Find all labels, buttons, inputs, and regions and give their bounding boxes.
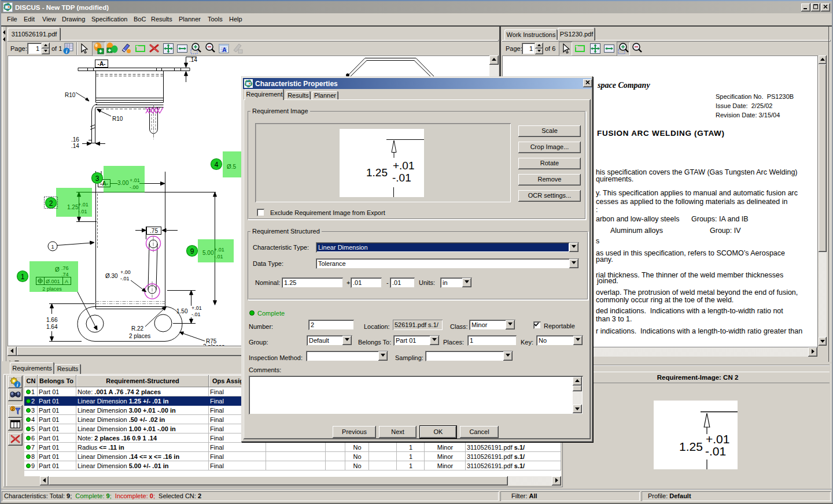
svg-text:1: 1 <box>51 244 54 250</box>
svg-text:1.66: 1.66 <box>46 317 58 323</box>
svg-text:R.22: R.22 <box>131 325 144 332</box>
svg-text:A: A <box>222 46 227 53</box>
svg-text:3: 3 <box>95 175 99 183</box>
svg-text:.14: .14 <box>71 143 79 149</box>
svg-text:9: 9 <box>190 247 194 255</box>
svg-text:+.01: +.01 <box>191 305 202 311</box>
svg-text:-A-: -A- <box>98 61 106 67</box>
svg-text:1.64: 1.64 <box>46 324 58 330</box>
svg-text:-.01: -.01 <box>705 444 726 458</box>
svg-text:+.01: +.01 <box>706 432 729 446</box>
svg-text:-.01: -.01 <box>392 172 411 184</box>
svg-text:1.25: 1.25 <box>366 166 388 179</box>
svg-text:.14: .14 <box>189 57 197 63</box>
svg-text:+.00: +.00 <box>120 269 131 275</box>
svg-text:2 places: 2 places <box>203 343 224 346</box>
svg-text:1.50: 1.50 <box>176 308 188 314</box>
svg-text:+.01: +.01 <box>393 160 415 172</box>
svg-text:R10: R10 <box>65 92 76 98</box>
svg-text:R10: R10 <box>112 116 123 122</box>
svg-text:-.01: -.01 <box>191 312 201 317</box>
svg-text:4: 4 <box>215 161 219 169</box>
svg-text:.75: .75 <box>150 228 158 234</box>
svg-text:.16: .16 <box>71 136 79 143</box>
svg-text:Ø.30: Ø.30 <box>105 273 118 279</box>
svg-text:2: 2 <box>49 199 53 207</box>
svg-text:2: 2 <box>12 407 14 411</box>
svg-text:-.01: -.01 <box>120 276 130 281</box>
svg-text:1.25: 1.25 <box>679 440 703 453</box>
svg-text:1: 1 <box>21 273 25 281</box>
svg-text:2 places: 2 places <box>129 333 150 339</box>
